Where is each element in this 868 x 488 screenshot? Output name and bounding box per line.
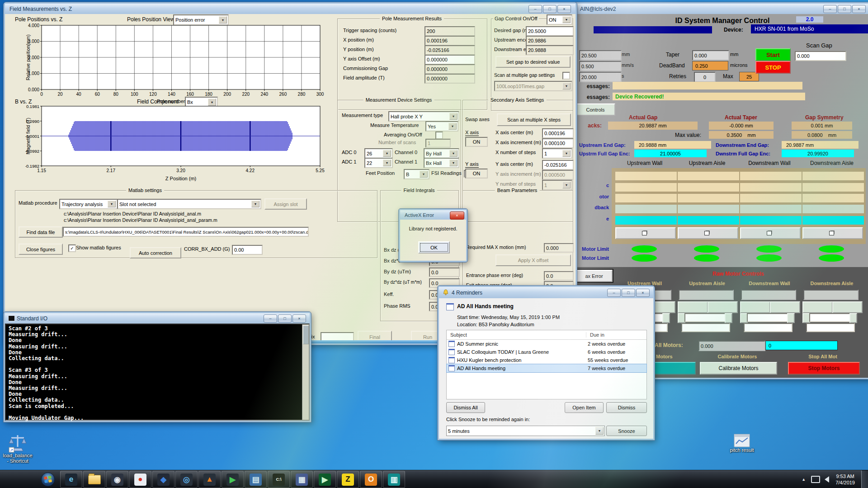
extra-button[interactable] (615, 227, 676, 239)
data-file-path-field[interactable]: s:\magdata\LCLS-II\Undulator\HXU_006\DAT… (63, 227, 309, 237)
apply-x-offset-button[interactable]: Apply X offset (495, 254, 571, 266)
app-diamond-icon[interactable]: ◆ (152, 471, 175, 488)
dismiss-all-button[interactable]: Dismiss All (446, 402, 485, 413)
list-item[interactable]: SLAC Colloquium TODAY | Laura Greene 6 w… (447, 348, 646, 356)
extra-button[interactable] (802, 227, 863, 239)
go-button[interactable] (740, 216, 802, 225)
maximize-icon[interactable]: □ (543, 5, 557, 13)
file-explorer-icon[interactable] (83, 471, 105, 488)
chevron-down-icon[interactable]: ▼ (383, 160, 391, 166)
scan-multiple-x-button[interactable]: Scan at multiple X steps (497, 113, 571, 126)
desired-gap-field[interactable]: 20.5000 (526, 26, 574, 36)
matlab-icon[interactable]: ▲ (198, 471, 221, 488)
chevron-down-icon[interactable]: ▼ (449, 160, 458, 166)
list-item-selected[interactable]: AD All Hands meeting 7 weeks overdue (447, 364, 646, 372)
list-item[interactable]: HXU Kugler bench protection 55 weeks ove… (447, 356, 646, 364)
magnifier-icon[interactable]: ◎ (175, 471, 198, 488)
close-icon[interactable]: × (292, 314, 306, 323)
app-media-green-icon[interactable]: ▶ (314, 471, 336, 488)
minimize-icon[interactable]: – (264, 314, 277, 323)
spin-right-button[interactable] (662, 313, 670, 323)
ok-button[interactable]: OK (418, 241, 450, 253)
maximize-icon[interactable]: □ (838, 5, 851, 13)
minimize-icon[interactable]: – (607, 289, 621, 297)
step-size-field[interactable] (684, 313, 728, 322)
set-gap-button[interactable]: Set gap to desired value (495, 56, 571, 68)
chevron-down-icon[interactable]: ▼ (449, 150, 458, 157)
desktop-icon-pitch-result[interactable]: pitch result (726, 434, 758, 453)
close-figures-button[interactable]: Close figures (19, 244, 63, 255)
network-icon[interactable] (811, 476, 820, 483)
all-motors-field[interactable]: 0.000 (698, 341, 765, 351)
extra-button[interactable] (678, 227, 738, 239)
column-due-in[interactable]: Due in (586, 332, 604, 338)
internet-explorer-icon[interactable]: e (60, 471, 82, 488)
calibrate-motors-button[interactable]: Calibrate Motors (700, 362, 777, 375)
go-button[interactable] (615, 216, 677, 225)
go-button[interactable] (678, 216, 739, 225)
speed-field[interactable]: 0.500 (579, 61, 622, 71)
measurement-type-select[interactable]: Hall probe X Y ▼ (388, 111, 459, 122)
x-number-of-steps-select[interactable]: 1 ▼ (542, 148, 572, 159)
deadband-field[interactable]: 0.250 (692, 61, 728, 70)
max-error-button[interactable]: ax Error (576, 270, 613, 282)
enable-button[interactable] (832, 301, 863, 313)
speed-limit-field[interactable] (681, 323, 730, 332)
go-button[interactable] (802, 216, 864, 225)
close-icon[interactable]: × (557, 5, 571, 13)
adc0-select[interactable]: 26 ▼ (364, 148, 393, 159)
minimize-icon[interactable]: – (528, 5, 542, 13)
desktop-icon-load-balance[interactable]: ↗ load_balance - Shortcut (2, 433, 33, 464)
dismiss-button[interactable]: Dismiss (606, 402, 647, 413)
disable-button[interactable] (740, 301, 770, 313)
auto-correction-button[interactable]: Auto correction (130, 247, 181, 258)
show-desktop-button[interactable] (861, 470, 868, 488)
y-axis-center-field[interactable]: -0.025166 (542, 160, 574, 170)
chevron-down-icon[interactable]: ▼ (562, 150, 571, 157)
controls-button[interactable]: Controls (576, 103, 615, 116)
media-player-icon[interactable]: ◉ (106, 471, 128, 488)
timeout-field[interactable]: 20.000 (579, 72, 622, 82)
all-motors-alt-field[interactable]: 0 (765, 341, 838, 350)
archiver-z-icon[interactable]: Z (337, 471, 359, 488)
adc1-select[interactable]: 22 ▼ (364, 158, 393, 168)
scan-gap-field[interactable]: 0.000 (795, 51, 846, 61)
command-prompt-icon[interactable]: C:\ (268, 471, 290, 488)
show-matlab-figures-checkbox[interactable]: ✓ (68, 244, 76, 252)
channel0-select[interactable]: By Hall ▼ (424, 148, 459, 159)
calculator-icon[interactable]: ▦ (291, 471, 313, 488)
assign-slot-button[interactable]: Assign slot (264, 198, 307, 210)
raw-motor-value[interactable] (803, 290, 859, 300)
snooze-select[interactable]: 5 minutes ▼ (446, 426, 605, 436)
volume-icon[interactable] (825, 476, 829, 483)
app-green-play-icon[interactable]: ▶ (222, 471, 244, 488)
corr-bx-add-field[interactable]: 0.00 (232, 245, 263, 255)
extra-button[interactable] (740, 227, 801, 239)
snooze-button[interactable]: Snooze (606, 426, 647, 436)
chevron-down-icon[interactable]: ▼ (562, 16, 571, 23)
maximize-icon[interactable]: □ (278, 314, 292, 323)
chevron-down-icon[interactable]: ▼ (595, 427, 604, 435)
chevron-down-icon[interactable]: ▼ (420, 171, 428, 178)
x-axis-on-indicator[interactable]: ON (465, 137, 488, 147)
multi-gap-checkbox[interactable] (562, 72, 570, 80)
clock[interactable]: 9:53 AM 7/4/2019 (835, 473, 855, 486)
snipping-tool-icon[interactable]: ● (129, 471, 151, 488)
close-icon[interactable]: × (450, 211, 464, 220)
stop-button[interactable]: STOP (755, 61, 791, 74)
chevron-down-icon[interactable]: ▼ (383, 150, 391, 157)
minimize-icon[interactable]: – (823, 5, 837, 13)
enable-button[interactable] (708, 301, 738, 313)
y-axis-offset-field[interactable]: 0.000000 (425, 55, 475, 65)
close-icon[interactable]: × (852, 5, 866, 13)
app-document-icon[interactable]: ▤ (245, 471, 267, 488)
x-axis-increment-field[interactable]: 0.000100 (542, 138, 574, 148)
taper-field[interactable]: 0.000 (692, 50, 729, 61)
list-item[interactable]: AD Summer picnic 2 weeks overdue (447, 340, 646, 348)
measure-temperature-select[interactable]: Yes ▼ (425, 121, 458, 131)
step-size-field[interactable] (747, 313, 790, 322)
raw-motor-value[interactable] (741, 290, 796, 300)
speed-limit-field[interactable] (744, 323, 793, 332)
outlook-icon[interactable]: O (360, 471, 382, 488)
enable-button[interactable] (770, 301, 800, 313)
